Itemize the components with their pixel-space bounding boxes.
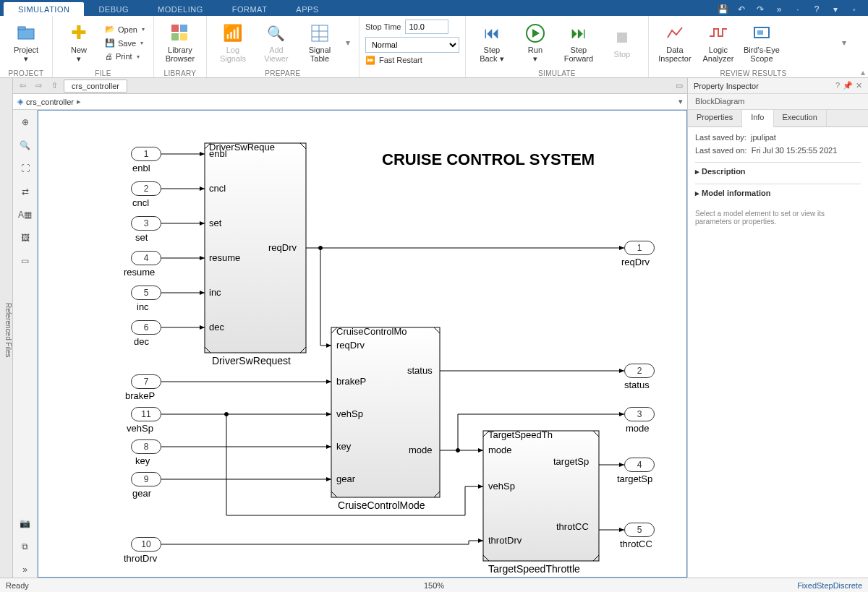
step-forward-label: Step Forward <box>564 46 593 63</box>
library-browser-button[interactable]: Library Browser <box>160 19 200 67</box>
inspector-tab-properties[interactable]: Properties <box>688 110 742 126</box>
inport-9[interactable]: 9 <box>131 472 161 486</box>
step-back-button[interactable]: ⏮ Step Back ▾ <box>472 19 512 67</box>
model-tab[interactable]: crs_controller <box>64 80 127 93</box>
area-icon[interactable]: ▭ <box>17 253 33 269</box>
inport-6[interactable]: 6 <box>131 320 161 335</box>
fast-restart-label: Fast Restart <box>379 56 422 64</box>
svg-rect-5 <box>180 33 187 40</box>
log-signals-label: Log Signals <box>220 46 246 63</box>
ccm-header: CruiseControlMo <box>336 326 407 337</box>
inspector-tab-execution[interactable]: Execution <box>774 110 827 126</box>
nav-up-icon[interactable]: ⇧ <box>48 80 61 93</box>
inport-7[interactable]: 7 <box>131 374 161 389</box>
hide-panels-icon[interactable]: ⊕ <box>17 114 33 130</box>
outport-5[interactable]: 5 <box>624 523 655 537</box>
screenshot-icon[interactable]: 📷 <box>17 515 33 531</box>
stoptime-input[interactable] <box>405 20 448 34</box>
stop-button[interactable]: Stop <box>602 19 642 67</box>
inport-8-label: key <box>135 455 150 466</box>
birds-eye-button[interactable]: Bird's-Eye Scope <box>741 19 782 67</box>
maximize-canvas-icon[interactable]: ▭ <box>676 81 683 90</box>
inport-3[interactable]: 3 <box>131 216 161 231</box>
svg-rect-4 <box>171 33 179 40</box>
logic-analyzer-label: Logic Analyzer <box>703 46 734 63</box>
breadcrumb-chevron-icon[interactable]: ▸ <box>77 97 81 106</box>
dsr-in-inc: inc <box>209 287 221 298</box>
canvas-palette: ⊕ 🔍 ⛶ ⇄ A▦ 🖼 ▭ 📷 ⧉ » <box>13 110 38 578</box>
ccm-out-mode: mode <box>409 445 433 455</box>
inspector-help-icon[interactable]: ? <box>835 81 840 90</box>
referenced-files-panel[interactable]: Referenced Files <box>0 78 13 578</box>
tab-format[interactable]: FORMAT <box>218 2 282 16</box>
tab-simulation[interactable]: SIMULATION <box>4 2 84 16</box>
run-button[interactable]: Run▾ <box>515 19 556 67</box>
outport-3[interactable]: 3 <box>624 407 655 421</box>
logic-analyzer-button[interactable]: Logic Analyzer <box>698 19 739 67</box>
breadcrumb[interactable]: crs_controller <box>26 98 74 106</box>
stoptime-label: Stop Time <box>365 22 401 31</box>
tab-debug[interactable]: DEBUG <box>84 2 143 16</box>
sim-mode-select[interactable]: Normal <box>365 37 459 53</box>
inspector-tab-info[interactable]: Info <box>742 110 773 127</box>
undo-icon[interactable]: ↶ <box>735 3 748 16</box>
inspector-pin-icon[interactable]: 📌 <box>843 81 853 90</box>
inport-5[interactable]: 5 <box>131 286 161 300</box>
project-button[interactable]: Project▾ <box>6 19 46 67</box>
status-solver[interactable]: FixedStepDiscrete <box>797 581 862 590</box>
inport-2[interactable]: 2 <box>131 181 161 196</box>
collapse-ribbon-icon[interactable]: ▴ <box>858 16 868 77</box>
step-forward-button[interactable]: ⏭ Step Forward <box>558 19 599 67</box>
tab-apps[interactable]: APPS <box>281 2 333 16</box>
prepare-more-icon[interactable]: ▾ <box>343 38 353 48</box>
zoom-tool-icon[interactable]: 🔍 <box>17 137 33 153</box>
inport-1[interactable]: 1 <box>131 147 161 161</box>
redo-icon[interactable]: ↷ <box>754 3 767 16</box>
nav-fwd-icon[interactable]: ⇨ <box>32 80 45 93</box>
outport-1[interactable]: 1 <box>624 241 655 255</box>
save-quick-icon[interactable]: 💾 <box>716 3 729 16</box>
savedon-value: Fri Jul 30 15:25:55 2021 <box>752 146 838 155</box>
inport-11[interactable]: 11 <box>131 407 161 421</box>
image-icon[interactable]: 🖼 <box>17 230 33 246</box>
inspector-section-description[interactable]: ▸ Description <box>695 162 861 176</box>
inspector-close-icon[interactable]: ✕ <box>856 81 862 90</box>
viewmarks-icon[interactable]: ⧉ <box>17 539 33 554</box>
add-viewer-button[interactable]: 🔍 Add Viewer <box>256 19 297 67</box>
ribbon-overflow-icon[interactable]: ▾ <box>836 38 852 48</box>
fit-view-icon[interactable]: ⛶ <box>17 160 33 176</box>
open-button[interactable]: 📂 Open▾ <box>102 23 148 35</box>
svg-rect-1 <box>18 27 25 30</box>
status-zoom[interactable]: 150% <box>424 581 444 590</box>
model-canvas[interactable]: CRUISE CONTROL SYSTEM 1 enbl 2 cncl 3 se… <box>38 110 687 578</box>
tab-modeling[interactable]: MODELING <box>143 2 218 16</box>
outport-4[interactable]: 4 <box>624 458 655 472</box>
outport-2[interactable]: 2 <box>624 364 655 378</box>
toggle-sample-time-icon[interactable]: ⇄ <box>17 184 33 200</box>
more-quick-icon[interactable]: » <box>773 3 786 16</box>
savedby-value: jpulipat <box>751 133 776 142</box>
minimize-ribbon-icon[interactable]: ◦ <box>848 3 861 16</box>
help-icon[interactable]: ? <box>810 3 823 16</box>
inspector-section-modelinfo[interactable]: ▸ Model information <box>695 184 861 198</box>
svg-rect-12 <box>617 33 627 43</box>
inport-8[interactable]: 8 <box>131 439 161 454</box>
annotation-icon[interactable]: A▦ <box>17 207 33 223</box>
nav-back-icon[interactable]: ⇦ <box>16 80 29 93</box>
expand-palette-icon[interactable]: » <box>17 562 33 578</box>
fast-restart-button[interactable]: ⏩Fast Restart <box>365 56 422 65</box>
print-button[interactable]: 🖨 Print▾ <box>102 51 148 62</box>
signal-table-button[interactable]: Signal Table <box>299 19 340 67</box>
data-inspector-button[interactable]: Data Inspector <box>655 19 695 67</box>
inport-4[interactable]: 4 <box>131 251 161 265</box>
svg-rect-3 <box>180 25 187 32</box>
chevron-down-icon[interactable]: ▾ <box>829 3 842 16</box>
breadcrumb-dropdown-icon[interactable]: ▾ <box>678 97 683 106</box>
new-button[interactable]: ✚ New▾ <box>59 19 99 67</box>
inport-10[interactable]: 10 <box>131 537 161 552</box>
dsr-in-set: set <box>209 218 221 228</box>
print-label: Print <box>116 52 132 61</box>
outport-2-label: status <box>624 379 650 390</box>
save-button[interactable]: 💾 Save▾ <box>102 37 148 49</box>
log-signals-button[interactable]: 📶 Log Signals <box>213 19 253 67</box>
